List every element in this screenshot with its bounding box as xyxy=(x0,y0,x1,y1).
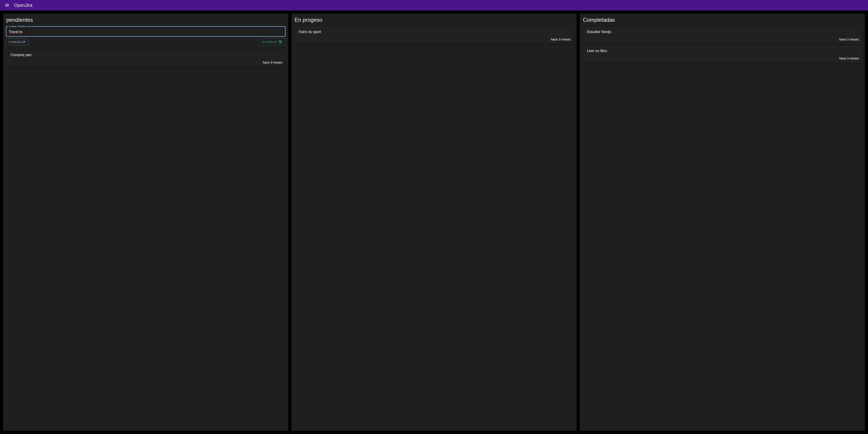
task-title: Estudiar Nextjs xyxy=(587,30,859,34)
task-timestamp: hace 3 meses xyxy=(299,37,570,41)
task-timestamp: hace 3 meses xyxy=(587,57,859,60)
task-title: Faire du sport xyxy=(299,30,570,34)
card-list[interactable]: Estudiar Nextjshace 3 mesesLeer un libro… xyxy=(581,25,864,429)
board-column: CompletadasEstudiar Nextjshace 3 mesesLe… xyxy=(580,13,865,431)
entry-actions: CancelarGuardar xyxy=(6,38,285,45)
task-title: Leer un libro xyxy=(587,49,859,53)
board-column: En progesoFaire du sporthace 3 meses xyxy=(291,13,577,431)
app-title: OpenJira xyxy=(14,3,32,8)
card-list[interactable]: Comprar panhace 3 meses xyxy=(4,49,288,429)
save-button[interactable]: Guardar xyxy=(259,38,286,45)
card-list[interactable]: Faire du sporthace 3 meses xyxy=(292,25,576,429)
task-card[interactable]: Leer un librohace 3 meses xyxy=(583,46,863,63)
column-title: pendientes xyxy=(3,13,288,24)
task-card[interactable]: Estudiar Nextjshace 3 meses xyxy=(583,27,863,44)
task-card[interactable]: Comprar panhace 3 meses xyxy=(7,50,286,67)
save-button-label: Guardar xyxy=(262,40,277,44)
menu-icon xyxy=(4,3,9,8)
new-entry-input[interactable] xyxy=(8,30,283,34)
cancel-button[interactable]: Cancelar xyxy=(6,38,29,45)
task-card[interactable]: Faire du sporthace 3 meses xyxy=(295,27,574,44)
text-field-wrapper[interactable]: nueva entrada xyxy=(6,26,285,37)
save-icon xyxy=(278,40,283,44)
task-timestamp: hace 3 meses xyxy=(10,61,282,64)
cancel-button-label: Cancelar xyxy=(9,40,26,44)
column-title: En progeso xyxy=(291,13,577,24)
new-entry-form: nueva entradaCancelarGuardar xyxy=(6,26,285,45)
board-column: pendientesnueva entradaCancelarGuardarCo… xyxy=(3,13,288,431)
text-field-label: nueva entrada xyxy=(8,25,26,28)
hamburger-menu-button[interactable] xyxy=(4,2,10,8)
task-timestamp: hace 3 meses xyxy=(587,37,859,41)
task-title: Comprar pan xyxy=(10,53,282,57)
column-title: Completadas xyxy=(580,13,865,24)
